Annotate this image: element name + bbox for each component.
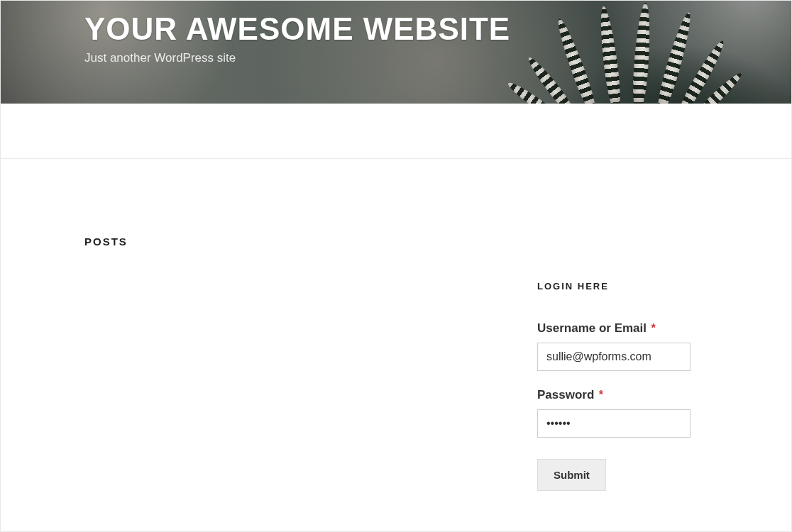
login-widget-title: LOGIN HERE xyxy=(537,281,691,292)
password-input[interactable] xyxy=(537,409,691,438)
submit-button[interactable]: Submit xyxy=(537,459,606,491)
sidebar: LOGIN HERE Username or Email * Password … xyxy=(537,281,691,491)
required-marker: * xyxy=(599,389,603,401)
password-label: Password * xyxy=(537,389,603,401)
username-label: Username or Email * xyxy=(537,322,656,334)
site-header: YOUR AWESOME WEBSITE Just another WordPr… xyxy=(1,1,791,104)
login-form: Username or Email * Password * Submit xyxy=(537,321,691,491)
site-tagline: Just another WordPress site xyxy=(84,51,791,65)
posts-heading: POSTS xyxy=(84,235,791,248)
site-title[interactable]: YOUR AWESOME WEBSITE xyxy=(84,13,791,45)
required-marker: * xyxy=(651,322,655,334)
username-input[interactable] xyxy=(537,343,691,371)
primary-nav xyxy=(1,104,791,159)
